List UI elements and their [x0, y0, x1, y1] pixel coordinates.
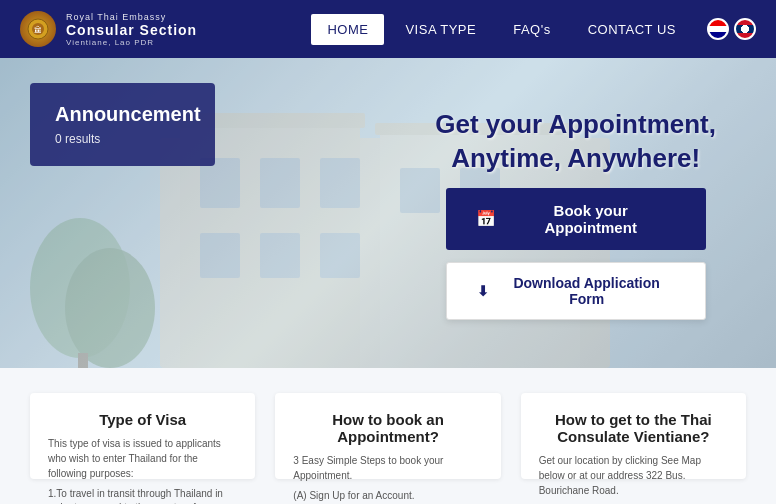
navbar: 🏛 Royal Thai Embassy Consular Section Vi…	[0, 0, 776, 58]
svg-text:🏛: 🏛	[34, 25, 42, 35]
navbar-sub-line: Vientiane, Lao PDR	[66, 38, 197, 47]
cta-title: Get your Appointment, Anytime, Anywhere!	[435, 108, 716, 176]
info-card-visa-text: This type of visa is issued to applicant…	[48, 436, 237, 481]
info-card-appointment: How to book an Appointment? 3 Easy Simpl…	[275, 393, 500, 479]
cta-section: Get your Appointment, Anytime, Anywhere!…	[435, 108, 716, 320]
info-card-loc-title: How to get to the Thai Consulate Vientia…	[539, 411, 728, 445]
calendar-icon: 📅	[476, 209, 496, 228]
hero-section: Announcement 0 results Get your Appointm…	[0, 58, 776, 368]
svg-rect-19	[78, 353, 88, 368]
book-appointment-label: Book your Appointment	[506, 202, 676, 236]
book-appointment-button[interactable]: 📅 Book your Appointment	[446, 188, 706, 250]
language-flags	[707, 18, 756, 40]
info-card-appt-text: 3 Easy Simple Steps to book your Appoint…	[293, 453, 482, 483]
svg-rect-13	[260, 233, 300, 278]
info-card-location: How to get to the Thai Consulate Vientia…	[521, 393, 746, 479]
navbar-title: Royal Thai Embassy Consular Section Vien…	[66, 12, 197, 47]
nav-item-faqs[interactable]: FAQ's	[497, 14, 567, 45]
info-card-visa-subtext: 1.To travel in transit through Thailand …	[48, 487, 237, 504]
svg-point-18	[65, 248, 155, 368]
info-card-loc-text: Get our location by clicking See Map bel…	[539, 453, 728, 498]
info-card-visa-title: Type of Visa	[48, 411, 237, 428]
nav-menu: HOME VISA TYPE FAQ's CONTACT US	[311, 14, 756, 45]
svg-rect-12	[200, 233, 240, 278]
svg-rect-10	[400, 168, 440, 213]
announcement-title: Announcement	[55, 103, 190, 126]
svg-rect-8	[260, 158, 300, 208]
navbar-top-line: Royal Thai Embassy	[66, 12, 197, 22]
download-form-label: Download Application Form	[499, 275, 675, 307]
nav-item-home[interactable]: HOME	[311, 14, 384, 45]
nav-item-contact-us[interactable]: CONTACT US	[572, 14, 692, 45]
info-card-appt-subtext: (A) Sign Up for an Account. (B) Select t…	[293, 489, 482, 504]
brand: 🏛 Royal Thai Embassy Consular Section Vi…	[20, 11, 197, 47]
download-form-button[interactable]: ⬇ Download Application Form	[446, 262, 706, 320]
info-card-visa-type: Type of Visa This type of visa is issued…	[30, 393, 255, 479]
svg-rect-9	[320, 158, 360, 208]
nav-item-visa-type[interactable]: VISA TYPE	[389, 14, 492, 45]
thai-flag-button[interactable]	[707, 18, 729, 40]
download-icon: ⬇	[477, 283, 489, 299]
info-card-appt-title: How to book an Appointment?	[293, 411, 482, 445]
svg-rect-14	[320, 233, 360, 278]
navbar-main-title: Consular Section	[66, 22, 197, 38]
announcement-count: 0 results	[55, 132, 190, 146]
lao-flag-button[interactable]	[734, 18, 756, 40]
info-section: Type of Visa This type of visa is issued…	[0, 368, 776, 504]
logo: 🏛	[20, 11, 56, 47]
announcement-box: Announcement 0 results	[30, 83, 215, 166]
